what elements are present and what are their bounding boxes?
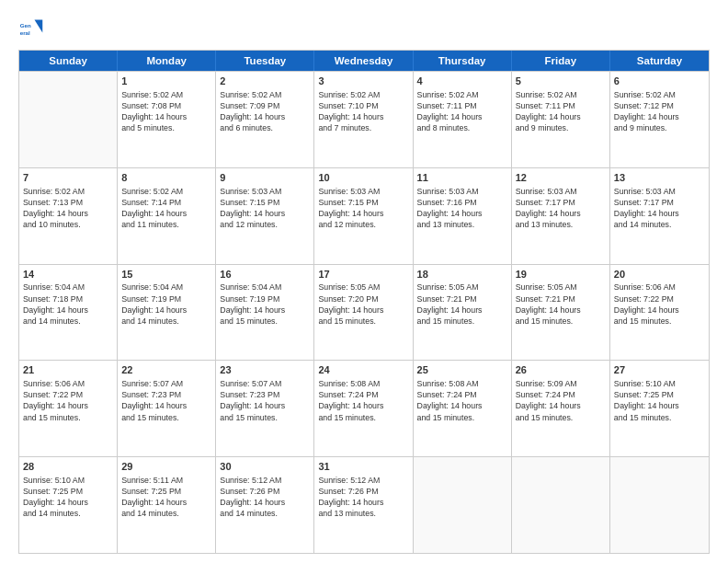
cell-text-line: Sunset: 7:24 PM: [417, 389, 507, 400]
cell-text-line: Daylight: 14 hours: [614, 304, 705, 316]
calendar-row-0: 1Sunrise: 5:02 AMSunset: 7:08 PMDaylight…: [19, 71, 709, 167]
day-number: 9: [220, 171, 310, 185]
day-cell-8: 8Sunrise: 5:02 AMSunset: 7:14 PMDaylight…: [118, 168, 216, 264]
cell-text-line: and 15 minutes.: [516, 316, 606, 327]
cell-text-line: and 15 minutes.: [614, 316, 705, 327]
cell-text-line: Sunset: 7:21 PM: [417, 293, 507, 304]
empty-cell-0-0: [19, 72, 118, 167]
cell-text-line: Daylight: 14 hours: [121, 111, 211, 122]
cell-text-line: and 14 minutes.: [121, 508, 211, 519]
cell-text-line: and 9 minutes.: [614, 122, 705, 133]
day-cell-28: 28Sunrise: 5:10 AMSunset: 7:25 PMDayligh…: [19, 457, 118, 553]
cell-text-line: and 12 minutes.: [318, 219, 408, 230]
day-cell-4: 4Sunrise: 5:02 AMSunset: 7:11 PMDaylight…: [414, 72, 512, 167]
day-number: 16: [220, 268, 310, 282]
cell-text-line: Daylight: 14 hours: [417, 208, 507, 219]
calendar-row-1: 7Sunrise: 5:02 AMSunset: 7:13 PMDaylight…: [19, 167, 709, 264]
cell-text-line: Sunset: 7:25 PM: [23, 486, 113, 497]
cell-text-line: Sunset: 7:09 PM: [220, 100, 310, 111]
day-cell-29: 29Sunrise: 5:11 AMSunset: 7:25 PMDayligh…: [118, 457, 216, 553]
cell-text-line: Sunrise: 5:04 AM: [220, 282, 310, 293]
day-number: 26: [516, 363, 606, 377]
day-cell-13: 13Sunrise: 5:03 AMSunset: 7:17 PMDayligh…: [610, 168, 709, 264]
logo-icon: Gen eral: [18, 17, 44, 42]
cell-text-line: and 8 minutes.: [417, 122, 507, 133]
cell-text-line: and 6 minutes.: [220, 122, 310, 133]
cell-text-line: Sunrise: 5:02 AM: [23, 186, 113, 197]
day-number: 2: [220, 75, 310, 88]
day-number: 25: [417, 363, 507, 377]
cell-text-line: Sunrise: 5:05 AM: [516, 282, 606, 293]
cell-text-line: Sunset: 7:08 PM: [121, 100, 211, 111]
cell-text-line: and 10 minutes.: [23, 219, 113, 230]
day-cell-20: 20Sunrise: 5:06 AMSunset: 7:22 PMDayligh…: [610, 265, 709, 361]
cell-text-line: Sunrise: 5:07 AM: [121, 378, 211, 389]
day-cell-26: 26Sunrise: 5:09 AMSunset: 7:24 PMDayligh…: [512, 361, 610, 456]
cell-text-line: Sunrise: 5:02 AM: [121, 186, 211, 197]
day-cell-10: 10Sunrise: 5:03 AMSunset: 7:15 PMDayligh…: [314, 168, 413, 264]
calendar-row-3: 21Sunrise: 5:06 AMSunset: 7:22 PMDayligh…: [19, 360, 709, 456]
cell-text-line: Sunset: 7:26 PM: [318, 486, 408, 497]
cell-text-line: Sunrise: 5:03 AM: [220, 186, 310, 197]
cell-text-line: Sunrise: 5:09 AM: [516, 378, 606, 389]
cell-text-line: Daylight: 14 hours: [121, 497, 211, 508]
cell-text-line: Sunset: 7:21 PM: [516, 293, 606, 304]
cell-text-line: Sunset: 7:24 PM: [318, 389, 408, 400]
cell-text-line: Sunset: 7:25 PM: [614, 389, 705, 400]
day-number: 14: [23, 268, 113, 282]
day-cell-25: 25Sunrise: 5:08 AMSunset: 7:24 PMDayligh…: [414, 361, 512, 456]
cell-text-line: Sunrise: 5:03 AM: [417, 186, 507, 197]
day-number: 6: [614, 75, 705, 88]
day-number: 4: [417, 75, 507, 88]
day-cell-16: 16Sunrise: 5:04 AMSunset: 7:19 PMDayligh…: [216, 265, 314, 361]
day-number: 22: [121, 363, 211, 377]
day-number: 3: [318, 75, 408, 88]
cell-text-line: Sunset: 7:10 PM: [318, 100, 408, 111]
cell-text-line: Sunrise: 5:10 AM: [614, 378, 705, 389]
cell-text-line: Sunset: 7:17 PM: [516, 197, 606, 208]
cell-text-line: Sunset: 7:19 PM: [220, 293, 310, 304]
cell-text-line: and 15 minutes.: [220, 412, 310, 423]
day-number: 13: [614, 171, 705, 185]
cell-text-line: Sunset: 7:23 PM: [220, 389, 310, 400]
cell-text-line: Daylight: 14 hours: [516, 304, 606, 316]
empty-cell-4-4: [414, 457, 512, 553]
cell-text-line: and 14 minutes.: [121, 316, 211, 327]
cell-text-line: Sunrise: 5:08 AM: [417, 378, 507, 389]
day-cell-3: 3Sunrise: 5:02 AMSunset: 7:10 PMDaylight…: [314, 72, 413, 167]
cell-text-line: and 15 minutes.: [417, 412, 507, 423]
header-day-thursday: Thursday: [414, 51, 512, 71]
cell-text-line: Sunset: 7:14 PM: [121, 197, 211, 208]
cell-text-line: Sunset: 7:12 PM: [614, 100, 705, 111]
cell-text-line: Daylight: 14 hours: [417, 304, 507, 316]
cell-text-line: Daylight: 14 hours: [220, 304, 310, 316]
cell-text-line: and 15 minutes.: [318, 316, 408, 327]
cell-text-line: Sunrise: 5:02 AM: [121, 89, 211, 100]
day-number: 10: [318, 171, 408, 185]
cell-text-line: Daylight: 14 hours: [220, 400, 310, 411]
cell-text-line: Sunset: 7:13 PM: [23, 197, 113, 208]
day-number: 30: [220, 460, 310, 474]
cell-text-line: Daylight: 14 hours: [318, 208, 408, 219]
cell-text-line: and 13 minutes.: [318, 508, 408, 519]
day-cell-31: 31Sunrise: 5:12 AMSunset: 7:26 PMDayligh…: [314, 457, 413, 553]
day-cell-17: 17Sunrise: 5:05 AMSunset: 7:20 PMDayligh…: [314, 265, 413, 361]
cell-text-line: Daylight: 14 hours: [220, 111, 310, 122]
cell-text-line: Sunset: 7:20 PM: [318, 293, 408, 304]
cell-text-line: and 14 minutes.: [614, 219, 705, 230]
cell-text-line: Sunrise: 5:08 AM: [318, 378, 408, 389]
cell-text-line: Sunset: 7:18 PM: [23, 293, 113, 304]
header-day-tuesday: Tuesday: [216, 51, 314, 71]
cell-text-line: Sunrise: 5:05 AM: [318, 282, 408, 293]
cell-text-line: and 14 minutes.: [23, 316, 113, 327]
cell-text-line: Sunset: 7:11 PM: [417, 100, 507, 111]
cell-text-line: Daylight: 14 hours: [318, 400, 408, 411]
cell-text-line: Sunrise: 5:06 AM: [23, 378, 113, 389]
day-cell-12: 12Sunrise: 5:03 AMSunset: 7:17 PMDayligh…: [512, 168, 610, 264]
cell-text-line: Sunrise: 5:12 AM: [220, 475, 310, 486]
day-number: 29: [121, 460, 211, 474]
cell-text-line: Sunset: 7:22 PM: [23, 389, 113, 400]
cell-text-line: Sunrise: 5:02 AM: [220, 89, 310, 100]
cell-text-line: Sunrise: 5:03 AM: [318, 186, 408, 197]
cell-text-line: and 11 minutes.: [121, 219, 211, 230]
